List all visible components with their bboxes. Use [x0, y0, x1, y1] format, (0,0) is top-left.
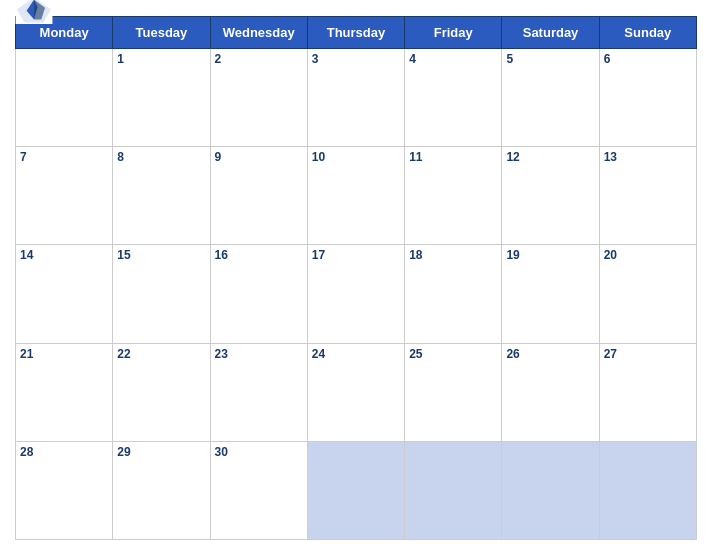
calendar-cell: 26 — [502, 343, 599, 441]
day-number: 28 — [20, 445, 33, 459]
calendar-cell: 22 — [113, 343, 210, 441]
calendar-cell: 7 — [16, 147, 113, 245]
day-number: 30 — [215, 445, 228, 459]
day-number: 18 — [409, 248, 422, 262]
calendar-cell: 19 — [502, 245, 599, 343]
calendar-cell: 17 — [307, 245, 404, 343]
day-number: 9 — [215, 150, 222, 164]
calendar-cell: 12 — [502, 147, 599, 245]
day-number: 24 — [312, 347, 325, 361]
calendar-cell: 4 — [405, 49, 502, 147]
day-number: 6 — [604, 52, 611, 66]
day-header-sunday: Sunday — [599, 17, 696, 49]
calendar-cell: 18 — [405, 245, 502, 343]
day-number: 15 — [117, 248, 130, 262]
day-number: 14 — [20, 248, 33, 262]
calendar-cell: 9 — [210, 147, 307, 245]
day-number: 16 — [215, 248, 228, 262]
calendar-cell — [599, 441, 696, 539]
calendar-cell: 11 — [405, 147, 502, 245]
calendar-cell: 21 — [16, 343, 113, 441]
calendar-cell: 28 — [16, 441, 113, 539]
calendar-cell — [405, 441, 502, 539]
day-number: 27 — [604, 347, 617, 361]
calendar-cell: 14 — [16, 245, 113, 343]
day-number: 17 — [312, 248, 325, 262]
logo — [15, 0, 53, 25]
calendar-cell: 20 — [599, 245, 696, 343]
day-number: 12 — [506, 150, 519, 164]
day-number: 1 — [117, 52, 124, 66]
calendar-cell: 10 — [307, 147, 404, 245]
day-number: 8 — [117, 150, 124, 164]
calendar-cell — [16, 49, 113, 147]
day-number: 7 — [20, 150, 27, 164]
calendar-cell: 30 — [210, 441, 307, 539]
week-row-1: 123456 — [16, 49, 697, 147]
calendar-cell: 24 — [307, 343, 404, 441]
calendar-cell: 8 — [113, 147, 210, 245]
day-number: 19 — [506, 248, 519, 262]
days-of-week-row: MondayTuesdayWednesdayThursdayFridaySatu… — [16, 17, 697, 49]
calendar-cell: 6 — [599, 49, 696, 147]
day-number: 10 — [312, 150, 325, 164]
day-number: 2 — [215, 52, 222, 66]
day-number: 3 — [312, 52, 319, 66]
day-number: 22 — [117, 347, 130, 361]
week-row-2: 78910111213 — [16, 147, 697, 245]
week-row-5: 282930 — [16, 441, 697, 539]
calendar-cell — [502, 441, 599, 539]
calendar-table: MondayTuesdayWednesdayThursdayFridaySatu… — [15, 16, 697, 540]
week-row-4: 21222324252627 — [16, 343, 697, 441]
calendar-cell — [307, 441, 404, 539]
calendar-cell: 5 — [502, 49, 599, 147]
day-number: 4 — [409, 52, 416, 66]
calendar-cell: 2 — [210, 49, 307, 147]
calendar-cell: 29 — [113, 441, 210, 539]
calendar-cell: 15 — [113, 245, 210, 343]
day-header-thursday: Thursday — [307, 17, 404, 49]
day-header-tuesday: Tuesday — [113, 17, 210, 49]
day-number: 21 — [20, 347, 33, 361]
day-number: 13 — [604, 150, 617, 164]
day-header-saturday: Saturday — [502, 17, 599, 49]
day-number: 23 — [215, 347, 228, 361]
day-number: 29 — [117, 445, 130, 459]
day-number: 25 — [409, 347, 422, 361]
calendar-cell: 3 — [307, 49, 404, 147]
day-number: 20 — [604, 248, 617, 262]
day-number: 26 — [506, 347, 519, 361]
calendar-cell: 16 — [210, 245, 307, 343]
day-number: 5 — [506, 52, 513, 66]
day-header-friday: Friday — [405, 17, 502, 49]
calendar-cell: 1 — [113, 49, 210, 147]
calendar-cell: 23 — [210, 343, 307, 441]
calendar-cell: 13 — [599, 147, 696, 245]
day-number: 11 — [409, 150, 422, 164]
day-header-wednesday: Wednesday — [210, 17, 307, 49]
week-row-3: 14151617181920 — [16, 245, 697, 343]
calendar-cell: 25 — [405, 343, 502, 441]
calendar-cell: 27 — [599, 343, 696, 441]
